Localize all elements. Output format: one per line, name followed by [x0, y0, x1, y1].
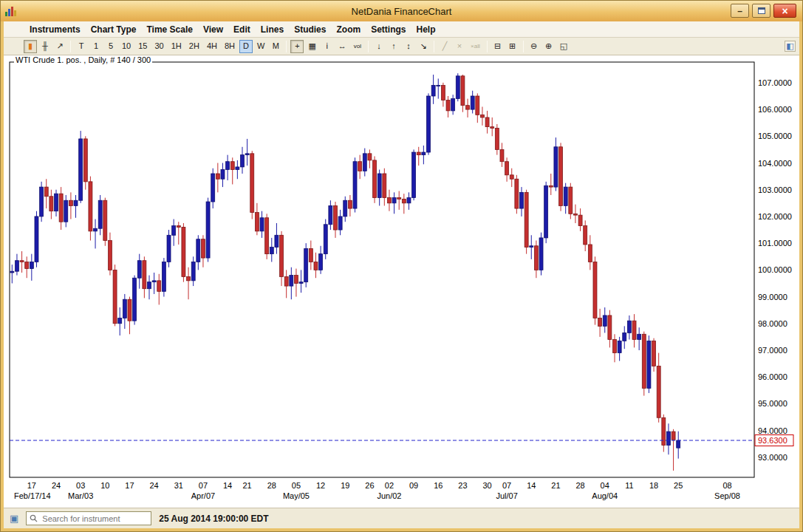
svg-text:24: 24: [52, 481, 61, 490]
delete-drawing-button: ×: [453, 40, 466, 53]
volume-button[interactable]: vol: [351, 40, 364, 53]
close-button[interactable]: ×: [773, 4, 796, 18]
toolbar-separator: [70, 41, 71, 52]
updown-marker-button[interactable]: ↕: [402, 40, 415, 53]
svg-text:30: 30: [482, 481, 491, 490]
svg-text:Jul/07: Jul/07: [496, 491, 517, 500]
chart-area: 93.000094.000095.000096.000097.000098.00…: [4, 55, 799, 508]
menu-instruments[interactable]: Instruments: [24, 23, 86, 36]
minimize-button[interactable]: –: [731, 4, 749, 18]
timescale-t-button[interactable]: T: [75, 40, 88, 53]
svg-text:104.0000: 104.0000: [758, 159, 792, 168]
svg-text:07: 07: [199, 481, 208, 490]
svg-text:12: 12: [316, 481, 325, 490]
svg-text:17: 17: [27, 481, 36, 490]
app-icon: [5, 6, 16, 16]
timescale-w-button[interactable]: W: [254, 40, 267, 53]
svg-text:107.0000: 107.0000: [758, 78, 792, 87]
grid-button[interactable]: ▦: [305, 40, 318, 53]
maximize-button[interactable]: [752, 4, 770, 18]
svg-text:09: 09: [409, 481, 418, 490]
svg-text:Feb/17/14: Feb/17/14: [14, 491, 51, 500]
timescale-2h-button[interactable]: 2H: [186, 40, 202, 53]
up-arrow-marker-button[interactable]: ↑: [387, 40, 400, 53]
svg-text:07: 07: [502, 481, 511, 490]
x-axis-labels: 1724031017243107142128051219260209162330…: [14, 481, 740, 500]
down-arrow-marker-button[interactable]: ↓: [372, 40, 386, 53]
svg-text:14: 14: [527, 481, 536, 490]
menu-chart-type[interactable]: Chart Type: [86, 23, 142, 36]
timescale-15-button[interactable]: 15: [135, 40, 150, 53]
svg-text:Mar/03: Mar/03: [68, 491, 93, 500]
timescale-10-button[interactable]: 10: [119, 40, 134, 53]
ohlc-bar-chart-button[interactable]: ╫: [38, 40, 52, 53]
line-chart-button[interactable]: ↗: [53, 40, 66, 53]
maximize-icon: [758, 7, 765, 14]
price-chart-svg[interactable]: 93.000094.000095.000096.000097.000098.00…: [4, 55, 799, 508]
svg-text:93.0000: 93.0000: [758, 453, 787, 462]
svg-text:21: 21: [243, 481, 252, 490]
timescale-m-button[interactable]: M: [269, 40, 282, 53]
zoom-selection-button[interactable]: ◱: [557, 40, 570, 53]
svg-text:11: 11: [625, 481, 633, 490]
side-panel-toggle-button[interactable]: ◧: [785, 41, 796, 52]
expand-horizontal-button[interactable]: ↔: [335, 40, 349, 53]
window-title: NetDania FinanceChart: [1, 6, 802, 17]
menu-view[interactable]: View: [198, 23, 228, 36]
print-preview-button[interactable]: ⊞: [506, 40, 519, 53]
svg-text:Jun/02: Jun/02: [377, 491, 401, 500]
titlebar[interactable]: NetDania FinanceChart – ×: [1, 1, 802, 21]
menu-help[interactable]: Help: [411, 23, 440, 36]
print-button[interactable]: ⊟: [491, 40, 505, 53]
svg-text:101.0000: 101.0000: [758, 239, 792, 248]
svg-text:25: 25: [674, 481, 683, 490]
svg-text:31: 31: [174, 481, 183, 490]
timescale-5-button[interactable]: 5: [104, 40, 117, 53]
svg-text:08: 08: [722, 481, 731, 490]
delete-all-drawings-button: ×all: [468, 40, 483, 53]
menubar: InstrumentsChart TypeTime ScaleViewEditL…: [4, 21, 799, 38]
svg-text:16: 16: [434, 481, 442, 490]
search-box[interactable]: [26, 511, 151, 525]
svg-text:Apr/07: Apr/07: [191, 491, 215, 500]
svg-text:96.0000: 96.0000: [758, 372, 787, 381]
timescale-1-button[interactable]: 1: [89, 40, 103, 53]
timescale-1h-button[interactable]: 1H: [168, 40, 185, 53]
svg-text:103.0000: 103.0000: [758, 185, 792, 194]
last-price-tag: 93.6300: [755, 435, 793, 446]
toolbar-separator: [487, 41, 488, 52]
menu-lines[interactable]: Lines: [256, 23, 289, 36]
toolbar-buttons: ▮╫↗T151015301H2H4H8HDWM+▦i↔vol↓↑↕↘╱××all…: [23, 40, 571, 53]
svg-text:21: 21: [551, 481, 560, 490]
timescale-d-button[interactable]: D: [239, 40, 253, 53]
svg-text:17: 17: [125, 481, 134, 490]
zoom-in-button[interactable]: ⊕: [542, 40, 556, 53]
search-input[interactable]: [41, 514, 148, 524]
status-timestamp: 25 Aug 2014 19:00:00 EDT: [159, 514, 268, 524]
timescale-4h-button[interactable]: 4H: [204, 40, 220, 53]
svg-text:95.0000: 95.0000: [758, 399, 787, 408]
toolbar: ▮╫↗T151015301H2H4H8HDWM+▦i↔vol↓↑↕↘╱××all…: [4, 38, 799, 55]
svg-text:23: 23: [458, 481, 467, 490]
menu-settings[interactable]: Settings: [366, 23, 411, 36]
svg-text:03: 03: [76, 481, 85, 490]
menu-time-scale[interactable]: Time Scale: [141, 23, 197, 36]
svg-text:26: 26: [365, 481, 374, 490]
candlestick-chart-button[interactable]: ▮: [24, 40, 37, 53]
zoom-out-button[interactable]: ⊖: [527, 40, 541, 53]
diagonal-arrow-tool-button[interactable]: ↘: [417, 40, 430, 53]
menu-edit[interactable]: Edit: [228, 23, 256, 36]
toolbar-separator: [286, 41, 287, 52]
svg-text:18: 18: [649, 481, 658, 490]
svg-text:99.0000: 99.0000: [758, 293, 787, 301]
toolbar-separator: [523, 41, 524, 52]
timescale-8h-button[interactable]: 8H: [222, 40, 238, 53]
crosshair-button[interactable]: +: [290, 40, 304, 53]
timescale-30-button[interactable]: 30: [152, 40, 167, 53]
menu-zoom[interactable]: Zoom: [331, 23, 366, 36]
info-button[interactable]: i: [321, 40, 334, 53]
svg-text:04: 04: [601, 481, 609, 490]
menu-studies[interactable]: Studies: [289, 23, 331, 36]
search-icon: [30, 514, 38, 522]
svg-text:02: 02: [385, 481, 394, 490]
